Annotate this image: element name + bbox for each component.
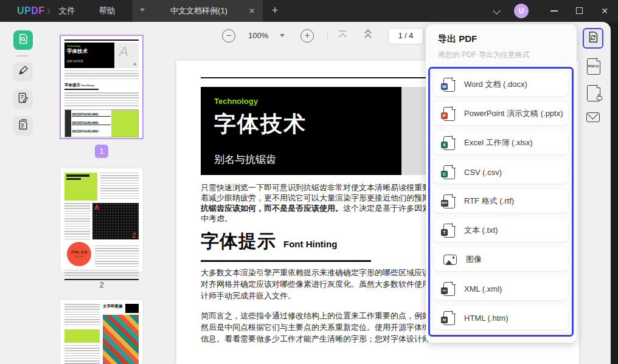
organize-pages-icon <box>17 118 29 133</box>
page-thumbnail-2[interactable]: A Z HTML 文本 html, text <box>60 168 144 272</box>
page-thumbnail-1[interactable]: Technology 字体技术 别名与抗锯齿 A A 字体提示 Font Hin… <box>60 35 144 139</box>
content-area: Technology 字体技术 别名与抗锯齿 A A 字体提示 Font Hin… <box>0 22 611 364</box>
thumb1-heading: 字体提示 Font Hinting <box>64 83 139 88</box>
rtf-file-icon: RTF <box>443 194 455 208</box>
search-thumbnails-button[interactable] <box>13 30 33 50</box>
export-option-powerpoint[interactable]: PPowerPoint 演示文稿 (.pptx) <box>434 102 568 125</box>
page-number-badge-1: 1 <box>95 145 108 158</box>
thumb1-tag: Technology <box>67 44 112 47</box>
export-panel-subtitle: 将您的 PDF 导出为任意格式 <box>438 50 530 60</box>
window-maximize-button[interactable] <box>576 7 583 14</box>
export-option-txt[interactable]: T文本 (.txt) <box>434 219 568 242</box>
pdfa-tool-button[interactable]: PDF/A <box>585 57 602 76</box>
highlighter-icon <box>17 64 29 79</box>
page-search-icon <box>17 33 29 47</box>
xml-file-icon: </> <box>443 282 455 296</box>
thumb2-green-box <box>64 173 97 201</box>
export-option-csv[interactable]: CCSV (.csv) <box>434 160 568 184</box>
zoom-in-button[interactable]: + <box>300 29 314 43</box>
tab-close-icon[interactable]: ✕ <box>247 6 257 16</box>
export-pdf-tool-button[interactable] <box>583 28 603 49</box>
updf-logo: UPDF <box>17 5 45 16</box>
zoom-dropdown-icon[interactable] <box>280 34 285 37</box>
thumb2-glyph-grid-image: A Z <box>92 203 139 239</box>
updf-window: UPDF ❯ 文件 帮助 中文文档样例(1) ✕ + U ✕ <box>0 0 618 364</box>
title-bar: UPDF ❯ 文件 帮助 中文文档样例(1) ✕ + U ✕ <box>0 0 618 22</box>
previous-page-button[interactable] <box>364 30 372 39</box>
thumb2-html-circle: HTML 文本 html, text <box>67 242 91 266</box>
envelope-icon <box>586 112 600 122</box>
txt-file-icon: T <box>443 224 455 238</box>
zoom-level[interactable]: 100% <box>248 31 268 40</box>
export-option-xml[interactable]: </>XML (.xml) <box>434 277 568 300</box>
export-options-list: WWord 文档 (.docx)PPowerPoint 演示文稿 (.pptx)… <box>434 73 568 329</box>
export-option-label: HTML (.htm) <box>464 314 508 323</box>
thumb3-green-box <box>64 329 100 343</box>
organize-pages-button[interactable] <box>13 116 33 136</box>
thumb1-subtitle: 别名与抗锯齿 <box>67 60 112 63</box>
comment-tool-button[interactable] <box>13 62 33 81</box>
export-panel-title: 导出 PDF <box>438 33 477 45</box>
zoom-out-button[interactable]: − <box>222 29 235 43</box>
window-minimize-button[interactable] <box>550 10 558 12</box>
user-avatar[interactable]: U <box>514 4 529 18</box>
export-option-label: 文本 (.txt) <box>464 225 498 236</box>
export-option-label: Excel 工作簿 (.xlsx) <box>464 137 533 148</box>
excel-file-icon: X <box>443 136 455 150</box>
protect-document-button[interactable] <box>585 84 602 103</box>
export-options-highlight-box: WWord 文档 (.docx)PPowerPoint 演示文稿 (.pptx)… <box>428 67 574 337</box>
thumb1-letter-image: A A <box>114 43 139 68</box>
export-option-label: Word 文档 (.docx) <box>464 79 527 90</box>
export-option-word[interactable]: WWord 文档 (.docx) <box>434 73 568 96</box>
word-file-icon: W <box>443 78 455 92</box>
edit-pdf-button[interactable] <box>13 89 33 109</box>
new-tab-button[interactable]: + <box>268 0 282 22</box>
toolbar-divider <box>327 30 328 40</box>
edit-document-icon <box>17 92 29 106</box>
tab-title: 中文文档样例(1) <box>153 0 245 22</box>
rail-divider <box>17 55 28 57</box>
thumb3-title: 文字即图像 <box>103 304 123 309</box>
section-rule <box>201 260 371 262</box>
page-indicator[interactable]: 1 / 4 <box>388 28 423 44</box>
export-option-image[interactable]: 图像 <box>434 248 568 271</box>
window-close-button[interactable]: ✕ <box>599 5 610 16</box>
scroll-to-top-button[interactable] <box>338 30 347 39</box>
export-option-label: 图像 <box>466 254 482 265</box>
image-file-icon <box>443 255 457 265</box>
export-option-label: XML (.xml) <box>464 284 502 294</box>
account-dropdown-icon[interactable] <box>493 7 501 15</box>
logo-collapse-icon[interactable]: ❯ <box>46 8 51 14</box>
export-option-rtf[interactable]: RTFRTF 格式 (.rtf) <box>434 190 568 213</box>
page-thumbnail-3[interactable]: 文字即图像 <box>60 299 144 364</box>
export-pdf-panel: 导出 PDF 将您的 PDF 导出为任意格式 WWord 文档 (.docx)P… <box>426 24 577 343</box>
powerpoint-file-icon: P <box>443 107 455 121</box>
page-number-label-2: 2 <box>60 280 144 289</box>
thumb1-rule <box>64 39 139 41</box>
export-option-label: CSV (.csv) <box>464 168 502 177</box>
thumb3-black-box <box>125 304 139 313</box>
export-option-excel[interactable]: XExcel 工作簿 (.xlsx) <box>434 131 568 154</box>
export-option-label: PowerPoint 演示文稿 (.pptx) <box>464 108 563 119</box>
menu-help[interactable]: 帮助 <box>94 0 120 22</box>
export-option-label: RTF 格式 (.rtf) <box>464 196 514 207</box>
csv-file-icon: C <box>443 165 455 179</box>
thumb1-text-lines <box>64 70 139 80</box>
share-email-button[interactable] <box>586 111 600 124</box>
thumb3-letter-tiles-image <box>103 315 139 364</box>
export-option-html[interactable]: HHTML (.htm) <box>434 306 568 329</box>
pdfa-icon: PDF/A <box>587 58 600 75</box>
document-lock-icon <box>587 85 600 101</box>
thumb1-text-lines <box>64 92 139 107</box>
menu-file[interactable]: 文件 <box>54 0 80 22</box>
thumb1-specimen-image: ABCDEFGHIJKLMNO ABCDEFGHIJKLMNO ABCDEFGH… <box>64 109 139 137</box>
thumb1-title: 字体技术 <box>67 48 112 55</box>
tab-dropdown-icon[interactable] <box>140 9 145 12</box>
export-document-icon <box>586 30 600 46</box>
html-file-icon: H <box>443 311 455 325</box>
header-subtitle: 别名与抗锯齿 <box>214 153 276 167</box>
document-tab[interactable]: 中文文档样例(1) ✕ <box>133 0 263 22</box>
